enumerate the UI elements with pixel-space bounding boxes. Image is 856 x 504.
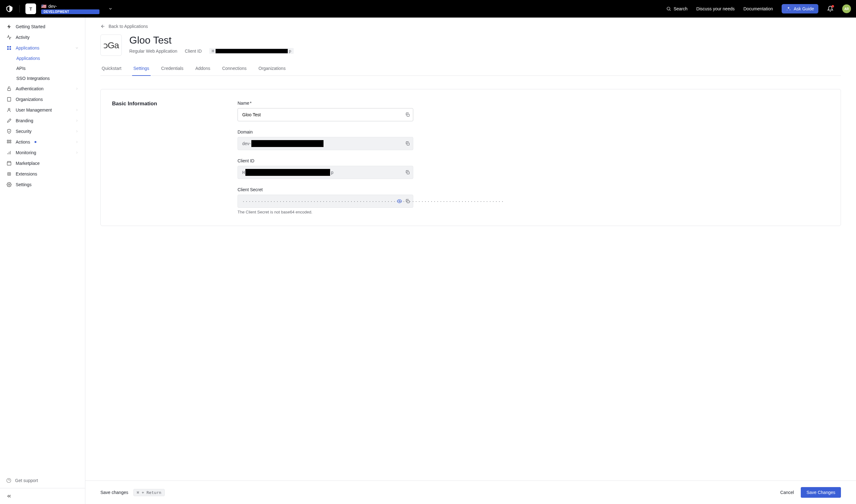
section-title: Basic Information [112, 101, 219, 107]
tab-addons[interactable]: Addons [194, 66, 211, 76]
sidebar-item-settings[interactable]: Settings [0, 179, 85, 190]
main-content: Back to Applications ɔGa Gloo Test Regul… [85, 18, 856, 504]
sidebar-item-user-management[interactable]: User Management [0, 105, 85, 115]
copy-button[interactable] [405, 199, 410, 204]
org-icon [6, 96, 12, 102]
sidebar-item-monitoring[interactable]: Monitoring [0, 147, 85, 158]
sidebar-item-marketplace[interactable]: Marketplace [0, 158, 85, 169]
sidebar-item-label: Marketplace [16, 161, 39, 166]
client-id-redacted [216, 49, 288, 53]
client-id-suffix: p [289, 49, 291, 53]
tab-settings[interactable]: Settings [132, 66, 151, 76]
header-divider [19, 5, 20, 13]
clientid-value: H p [238, 166, 413, 179]
svg-point-0 [667, 7, 670, 10]
reveal-button[interactable] [397, 199, 402, 204]
sidebar-item-label: Organizations [16, 97, 43, 102]
cancel-button[interactable]: Cancel [781, 490, 794, 495]
footer-bar: Save changes ⌘ + Return Cancel Save Chan… [85, 481, 856, 504]
svg-rect-5 [10, 48, 11, 50]
sidebar-item-label: Branding [16, 118, 33, 123]
sidebar-item-authentication[interactable]: Authentication [0, 83, 85, 94]
svg-rect-3 [10, 46, 11, 48]
eye-icon [397, 199, 402, 204]
search-link[interactable]: Search [666, 6, 687, 11]
back-link[interactable]: Back to Applications [100, 24, 148, 29]
svg-rect-4 [7, 48, 9, 50]
market-icon [6, 161, 12, 166]
chevron-right-icon [75, 108, 79, 112]
save-changes-text: Save changes [100, 490, 129, 495]
env-badge: DEVELOPMENT [41, 10, 100, 14]
client-id-chip[interactable]: H p [209, 48, 294, 54]
svg-rect-31 [407, 201, 409, 203]
copy-icon [405, 170, 410, 175]
bolt-icon [6, 24, 12, 30]
notification-dot [832, 5, 834, 7]
sidebar-item-organizations[interactable]: Organizations [0, 94, 85, 105]
flag-icon: 🇺🇸 [41, 4, 47, 9]
copy-button[interactable] [405, 112, 410, 117]
chevron-right-icon [75, 119, 79, 123]
svg-rect-15 [7, 142, 9, 143]
chevron-right-icon [75, 129, 79, 133]
sidebar-item-label: Settings [16, 182, 32, 187]
chevron-down-icon[interactable] [108, 6, 113, 11]
domain-redacted [251, 140, 324, 147]
sidebar-item-label: Extensions [16, 172, 37, 177]
tab-organizations[interactable]: Organizations [257, 66, 287, 76]
settings-panel: Basic Information Name* [100, 89, 841, 226]
tab-credentials[interactable]: Credentials [160, 66, 185, 76]
copy-icon [405, 141, 410, 146]
apps-icon [6, 45, 12, 51]
logo-icon[interactable] [5, 4, 14, 13]
field-client-secret: Client Secret ··························… [238, 187, 413, 214]
collapse-sidebar-button[interactable] [6, 493, 79, 499]
svg-rect-27 [407, 114, 409, 116]
actions-icon [6, 139, 12, 145]
discuss-link[interactable]: Discuss your needs [696, 6, 735, 11]
help-icon [6, 478, 11, 483]
sidebar-item-security[interactable]: Security [0, 126, 85, 137]
notifications-button[interactable] [827, 6, 834, 12]
copy-icon [405, 112, 410, 117]
tab-connections[interactable]: Connections [221, 66, 248, 76]
sidebar-subitem-apis[interactable]: APIs [10, 63, 85, 73]
chevron-right-icon [75, 140, 79, 144]
copy-button[interactable] [405, 170, 410, 175]
ask-guide-button[interactable]: Ask Guide [782, 4, 818, 14]
svg-point-12 [8, 108, 10, 110]
shield-icon [6, 128, 12, 134]
svg-line-1 [670, 10, 670, 11]
tenant-avatar[interactable]: T [25, 3, 36, 14]
tab-quickstart[interactable]: Quickstart [100, 66, 123, 76]
sidebar-subitem-sso[interactable]: SSO Integrations [10, 73, 85, 83]
user-icon [6, 107, 12, 113]
keyboard-shortcut: ⌘ + Return [133, 489, 165, 496]
sidebar-item-extensions[interactable]: Extensions [0, 169, 85, 179]
user-avatar[interactable]: AR [842, 4, 851, 13]
save-changes-button[interactable]: Save Changes [801, 487, 841, 498]
sidebar-item-branding[interactable]: Branding [0, 115, 85, 126]
secret-help-text: The Client Secret is not base64 encoded. [238, 210, 413, 214]
chevron-right-icon [75, 151, 79, 155]
arrow-left-icon [100, 24, 105, 29]
name-input[interactable] [238, 108, 413, 121]
lock-icon [6, 86, 12, 91]
gear-icon [6, 182, 12, 187]
sidebar-item-getting-started[interactable]: Getting Started [0, 21, 85, 32]
svg-rect-6 [7, 88, 10, 91]
svg-rect-28 [407, 143, 409, 145]
chevron-down-icon [75, 46, 79, 50]
app-type: Regular Web Application [129, 49, 177, 54]
copy-button[interactable] [405, 141, 410, 146]
sidebar-subitem-applications[interactable]: Applications [10, 53, 85, 63]
svg-rect-16 [10, 142, 11, 143]
clientid-label: Client ID [238, 158, 413, 163]
documentation-link[interactable]: Documentation [743, 6, 773, 11]
sidebar-item-actions[interactable]: Actions [0, 137, 85, 147]
get-support-link[interactable]: Get support [6, 478, 79, 483]
sidebar-item-activity[interactable]: Activity [0, 32, 85, 43]
sidebar-item-applications[interactable]: Applications [0, 43, 85, 53]
tenant-selector[interactable]: 🇺🇸 dev- DEVELOPMENT [41, 4, 100, 14]
